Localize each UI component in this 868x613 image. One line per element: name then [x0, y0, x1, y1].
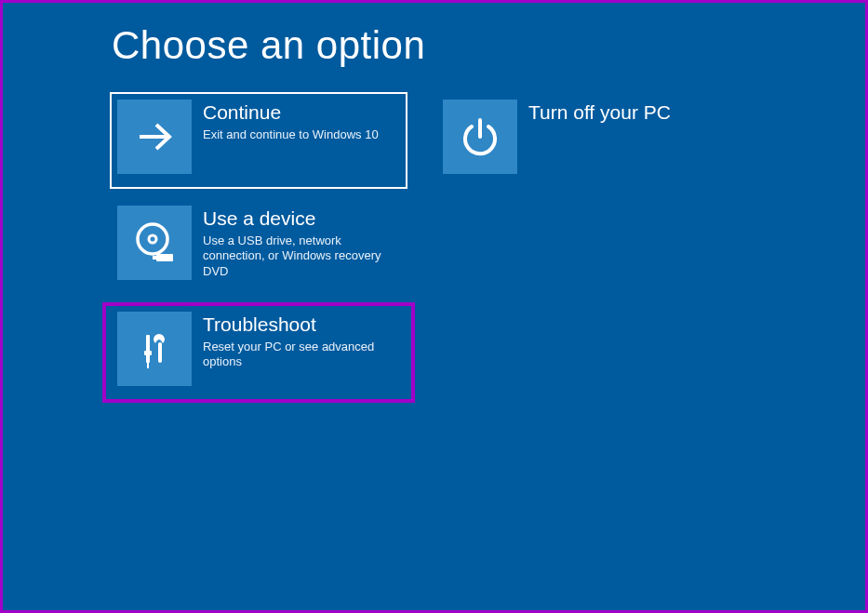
disc-usb-icon: [117, 206, 192, 280]
turn-off-text: Turn off your PC: [528, 100, 726, 127]
svg-rect-4: [153, 256, 158, 260]
use-device-title: Use a device: [203, 207, 400, 230]
continue-text: Continue Exit and continue to Windows 10: [203, 100, 400, 142]
svg-rect-6: [144, 351, 152, 355]
arrow-right-icon: [117, 100, 192, 174]
power-icon: [443, 100, 517, 174]
svg-rect-7: [147, 363, 149, 368]
turn-off-tile[interactable]: Turn off your PC: [435, 92, 733, 189]
options-column-right: Turn off your PC: [435, 92, 733, 410]
continue-tile[interactable]: Continue Exit and continue to Windows 10: [110, 92, 407, 189]
svg-rect-5: [146, 335, 150, 363]
options-grid: Continue Exit and continue to Windows 10: [110, 92, 865, 410]
turn-off-title: Turn off your PC: [528, 101, 726, 124]
use-device-text: Use a device Use a USB drive, network co…: [203, 206, 400, 279]
continue-title: Continue: [203, 101, 400, 124]
troubleshoot-desc: Reset your PC or see advanced options: [203, 340, 400, 370]
recovery-options-screen: Choose an option Continue Exit and conti…: [3, 3, 865, 410]
options-column-left: Continue Exit and continue to Windows 10: [110, 92, 407, 410]
troubleshoot-title: Troubleshoot: [203, 313, 400, 336]
svg-rect-3: [156, 254, 173, 261]
svg-point-1: [138, 224, 167, 254]
troubleshoot-text: Troubleshoot Reset your PC or see advanc…: [203, 312, 400, 370]
svg-rect-8: [158, 342, 162, 363]
continue-desc: Exit and continue to Windows 10: [203, 127, 400, 142]
use-device-tile[interactable]: Use a device Use a USB drive, network co…: [110, 198, 407, 295]
svg-point-2: [149, 235, 156, 243]
troubleshoot-tile[interactable]: Troubleshoot Reset your PC or see advanc…: [110, 304, 407, 401]
tools-icon: [117, 312, 192, 386]
page-title: Choose an option: [112, 23, 865, 68]
use-device-desc: Use a USB drive, network connection, or …: [203, 233, 400, 279]
